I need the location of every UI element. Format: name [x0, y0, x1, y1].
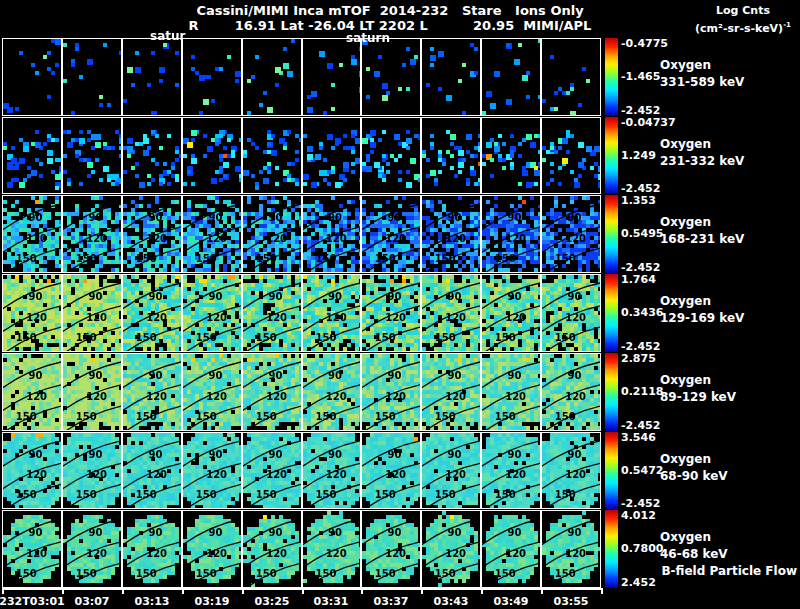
heatmap-panel-r6c7: [361, 432, 421, 509]
heatmap-panel-r3c7: [361, 195, 421, 273]
time-axis-tick: [421, 588, 423, 594]
heatmap-panel-r5c3: [122, 353, 182, 431]
heatmap-panel-r2c9: [481, 117, 541, 194]
colorbar-row-4: [605, 274, 618, 352]
heatmap-panel-r1c6: [302, 38, 361, 116]
colorbar-row-7: [605, 510, 618, 588]
heatmap-canvas: [183, 39, 241, 115]
units-line2: (cm²-sr-s-keV)-1: [688, 18, 798, 36]
heatmap-panel-r3c5: [242, 195, 302, 273]
heatmap-canvas: [303, 39, 360, 115]
colorbar-max-label: 2.875: [621, 352, 656, 365]
heatmap-canvas: [3, 511, 61, 587]
heatmap-canvas: [243, 433, 301, 508]
heatmap-panel-r6c2: [62, 432, 122, 509]
saturn-marker-label-1: satur: [150, 29, 185, 43]
heatmap-panel-r6c10: [541, 432, 601, 509]
time-axis-tick: [361, 588, 363, 594]
heatmap-canvas: [63, 118, 121, 193]
heatmap-panel-r3c2: [62, 195, 122, 273]
heatmap-canvas: [303, 511, 360, 587]
row-species-label: Oxygen: [660, 530, 711, 544]
heatmap-panel-r7c10: [541, 510, 601, 588]
spectrogram-figure: Cassini/MIMI Inca mTOF 2014-232 Stare Io…: [0, 0, 800, 609]
heatmap-panel-r1c4: [182, 38, 242, 116]
heatmap-panel-r4c1: [2, 274, 62, 352]
heatmap-canvas: [482, 118, 540, 193]
colorbar-row-1: [605, 38, 618, 116]
heatmap-canvas: [362, 196, 420, 272]
heatmap-panel-r7c5: [242, 510, 302, 588]
heatmap-canvas: [183, 196, 241, 272]
heatmap-canvas: [243, 39, 301, 115]
heatmap-canvas: [243, 196, 301, 272]
heatmap-canvas: [183, 354, 241, 430]
heatmap-canvas: [243, 118, 301, 193]
time-tick-label: 03:25: [254, 595, 289, 608]
time-tick-label: 232T03:01: [0, 595, 65, 608]
heatmap-panel-r4c7: [361, 274, 421, 352]
row-species-label: Oxygen: [660, 294, 711, 308]
heatmap-canvas: [482, 511, 540, 587]
heatmap-panel-r4c5: [242, 274, 302, 352]
colorbar-row-3: [605, 195, 618, 273]
heatmap-canvas: [183, 275, 241, 351]
heatmap-panel-r3c4: [182, 195, 242, 273]
heatmap-canvas: [362, 39, 420, 115]
heatmap-panel-r2c5: [242, 117, 302, 194]
colorbar-mid-label: -1.465: [621, 70, 660, 83]
bfield-particle-flow-label: B-field Particle Flow: [620, 564, 797, 578]
time-tick-label: 03:13: [134, 595, 169, 608]
time-tick-label: 03:37: [373, 595, 408, 608]
heatmap-panel-r7c6: [302, 510, 361, 588]
row-species-label: Oxygen: [660, 373, 711, 387]
colorbar-max-label: 1.353: [621, 194, 656, 207]
row-energy-label: 129-169 keV: [660, 311, 744, 325]
heatmap-canvas: [422, 354, 480, 430]
colorbar-max-label: -0.4775: [621, 37, 668, 50]
row-species-label: Oxygen: [660, 452, 711, 466]
units-text: (cm²-sr-s-keV): [695, 22, 783, 35]
heatmap-panel-r1c7: [361, 38, 421, 116]
heatmap-canvas: [482, 433, 540, 508]
heatmap-canvas: [123, 118, 181, 193]
heatmap-canvas: [183, 118, 241, 193]
colorbar-max-label: 4.012: [621, 509, 656, 522]
heatmap-panel-r5c5: [242, 353, 302, 431]
heatmap-canvas: [542, 118, 600, 193]
heatmap-panel-r5c8: [421, 353, 481, 431]
row-energy-label: 46-68 keV: [660, 547, 728, 561]
figure-title: Cassini/MIMI Inca mTOF 2014-232 Stare Io…: [0, 3, 780, 18]
time-axis-tick: [541, 588, 543, 594]
heatmap-panel-r4c8: [421, 274, 481, 352]
heatmap-panel-r2c3: [122, 117, 182, 194]
figure-subtitle: R 16.91 Lat -26.04 LT 2202 L 20.95 MIMI/…: [0, 18, 780, 33]
time-axis-tick: [481, 588, 483, 594]
heatmap-panel-r2c10: [541, 117, 601, 194]
row-species-label: Oxygen: [660, 215, 711, 229]
heatmap-panel-r1c8: [421, 38, 481, 116]
heatmap-canvas: [362, 511, 420, 587]
heatmap-canvas: [3, 275, 61, 351]
heatmap-canvas: [303, 196, 360, 272]
time-axis-tick: [182, 588, 184, 594]
heatmap-canvas: [63, 433, 121, 508]
heatmap-canvas: [3, 354, 61, 430]
heatmap-panel-r6c5: [242, 432, 302, 509]
time-axis-tick: [122, 588, 124, 594]
heatmap-canvas: [542, 354, 600, 430]
heatmap-panel-r6c6: [302, 432, 361, 509]
heatmap-panel-r3c1: [2, 195, 62, 273]
heatmap-panel-r5c6: [302, 353, 361, 431]
heatmap-canvas: [542, 511, 600, 587]
colorbar-mid-label: 0.3436: [621, 306, 663, 319]
colorbar-mid-label: 0.5495: [621, 227, 663, 240]
heatmap-panel-r7c2: [62, 510, 122, 588]
colorbar-row-5: [605, 353, 618, 431]
heatmap-panel-r3c8: [421, 195, 481, 273]
time-tick-label: 03:55: [553, 595, 588, 608]
heatmap-panel-r4c4: [182, 274, 242, 352]
heatmap-panel-r1c9: [481, 38, 541, 116]
heatmap-panel-r6c8: [421, 432, 481, 509]
row-energy-label: 89-129 keV: [660, 390, 736, 404]
